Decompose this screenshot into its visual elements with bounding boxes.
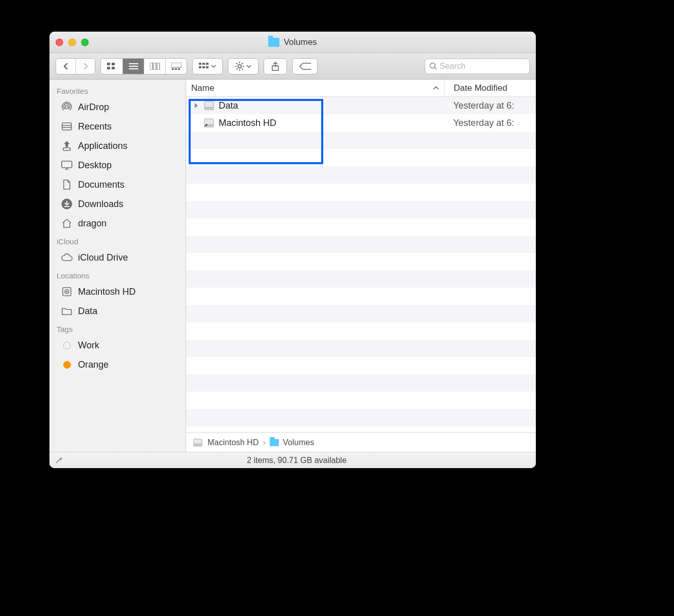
file-name: Macintosh HD	[219, 118, 276, 129]
file-list: Name Date Modified	[186, 80, 536, 452]
svg-rect-18	[202, 66, 205, 68]
sidebar-item-macintosh-hd[interactable]: Macintosh HD	[49, 282, 186, 301]
column-header-name[interactable]: Name	[186, 83, 444, 93]
sidebar-item-label: Desktop	[78, 160, 112, 171]
icon-view-button[interactable]	[101, 59, 122, 74]
search-input[interactable]	[439, 62, 525, 71]
svg-line-25	[237, 63, 238, 64]
sidebar-item-label: Downloads	[78, 199, 123, 210]
window-controls	[56, 38, 89, 46]
file-name: Data	[219, 100, 238, 111]
file-row[interactable]: Macintosh HD Yesterday at 6:	[186, 114, 536, 132]
sidebar-item-downloads[interactable]: Downloads	[49, 194, 186, 214]
sidebar-item-label: Orange	[78, 360, 109, 370]
sidebar-item-label: Work	[78, 340, 99, 351]
svg-point-32	[65, 106, 68, 109]
finder-window: Volumes	[49, 32, 536, 468]
sidebar-item-recents[interactable]: Recents	[49, 117, 186, 136]
zoom-button[interactable]	[81, 38, 89, 46]
forward-button[interactable]	[75, 59, 95, 74]
applications-icon	[61, 140, 73, 152]
sidebar-tag-orange[interactable]: Orange	[49, 355, 186, 374]
sidebar-item-airdrop[interactable]: AirDrop	[49, 97, 186, 117]
view-switcher	[100, 58, 187, 74]
nav-buttons	[56, 58, 95, 74]
file-row[interactable]: Data Yesterday at 6:	[186, 97, 536, 114]
sidebar-heading-tags: Tags	[49, 321, 186, 336]
svg-rect-14	[199, 63, 201, 65]
svg-rect-45	[204, 101, 214, 108]
column-header-label: Name	[191, 83, 214, 93]
folder-icon	[61, 305, 73, 317]
svg-rect-5	[129, 66, 138, 67]
chevron-right-icon: ›	[263, 438, 265, 447]
disclosure-triangle-icon[interactable]	[193, 102, 199, 109]
svg-rect-4	[129, 63, 138, 64]
svg-rect-37	[62, 161, 72, 168]
gallery-view-button[interactable]	[165, 59, 187, 74]
folder-icon	[268, 38, 279, 47]
search-field[interactable]	[425, 59, 530, 74]
edit-tags-button[interactable]	[293, 59, 317, 74]
downloads-icon	[61, 198, 73, 210]
column-header-label: Date Modified	[454, 83, 507, 93]
minimize-button[interactable]	[68, 38, 76, 46]
svg-rect-15	[202, 63, 205, 65]
home-icon	[61, 217, 73, 229]
close-button[interactable]	[56, 38, 63, 46]
icloud-icon	[61, 251, 73, 264]
sidebar-heading-favorites: Favorites	[49, 83, 186, 97]
sort-indicator-icon	[433, 86, 444, 91]
column-view-button[interactable]	[144, 59, 165, 74]
drive-alias-icon	[203, 118, 215, 128]
window-title-text: Volumes	[283, 37, 317, 47]
sidebar-item-desktop[interactable]: Desktop	[49, 156, 186, 175]
recents-icon	[61, 120, 73, 133]
column-headers: Name Date Modified	[186, 80, 536, 97]
gear-icon	[235, 62, 244, 71]
svg-rect-12	[175, 68, 177, 70]
svg-line-31	[435, 67, 437, 70]
svg-rect-13	[178, 68, 180, 70]
sidebar-item-home[interactable]: dragon	[49, 214, 186, 233]
path-segment[interactable]: Volumes	[283, 438, 314, 447]
sidebar-item-label: dragon	[78, 218, 107, 229]
drive-icon	[192, 438, 203, 448]
sidebar: Favorites AirDrop Recents Applications D…	[49, 80, 186, 452]
share-icon	[271, 62, 279, 71]
file-rows: Data Yesterday at 6: Macintosh HD	[186, 97, 536, 432]
group-by-button[interactable]	[193, 59, 222, 74]
toolbar	[49, 53, 536, 80]
back-button[interactable]	[56, 59, 75, 74]
list-view-button[interactable]	[122, 59, 144, 74]
svg-line-27	[237, 68, 238, 69]
desktop-icon	[61, 159, 73, 171]
action-menu-button[interactable]	[228, 59, 258, 74]
sidebar-item-label: Applications	[78, 141, 127, 151]
sidebar-item-label: AirDrop	[78, 102, 109, 113]
chevron-down-icon	[211, 65, 216, 68]
path-segment[interactable]: Macintosh HD	[208, 438, 258, 447]
svg-rect-50	[194, 444, 202, 446]
column-header-date[interactable]: Date Modified	[445, 83, 536, 93]
svg-rect-0	[107, 63, 110, 65]
sidebar-item-applications[interactable]: Applications	[49, 136, 186, 156]
sidebar-item-label: Recents	[78, 121, 112, 132]
sidebar-item-data[interactable]: Data	[49, 301, 186, 321]
sidebar-item-label: Documents	[78, 179, 124, 190]
file-date: Yesterday at 6:	[444, 100, 536, 111]
sidebar-item-icloud-drive[interactable]: iCloud Drive	[49, 248, 186, 267]
sidebar-tag-work[interactable]: Work	[49, 336, 186, 355]
customize-toolbar-icon[interactable]	[55, 456, 63, 465]
share-button[interactable]	[264, 59, 287, 74]
svg-line-28	[242, 63, 243, 64]
svg-point-30	[430, 63, 435, 68]
svg-rect-11	[172, 68, 174, 70]
sidebar-item-label: iCloud Drive	[78, 252, 128, 263]
sidebar-item-documents[interactable]: Documents	[49, 175, 186, 194]
window-title: Volumes	[268, 37, 317, 47]
svg-rect-36	[63, 148, 70, 150]
svg-rect-16	[206, 63, 209, 65]
sidebar-heading-locations: Locations	[49, 267, 186, 282]
svg-rect-19	[206, 66, 209, 68]
